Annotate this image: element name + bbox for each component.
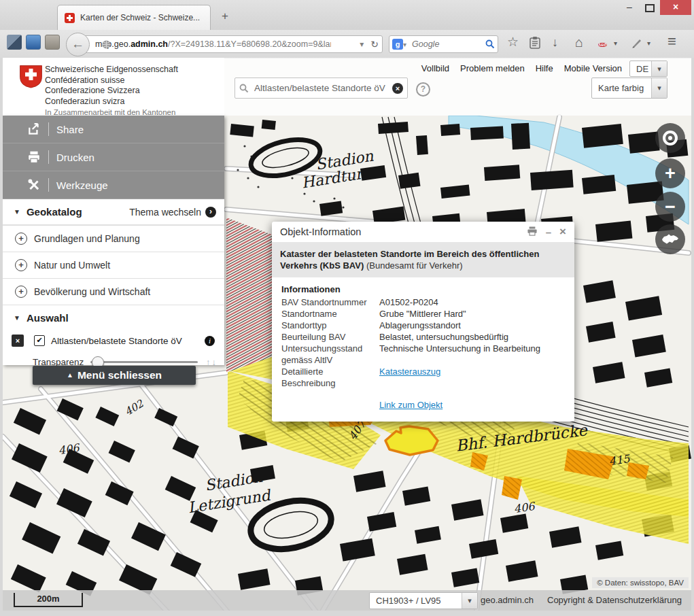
window-minimize-button[interactable]: – xyxy=(619,0,640,15)
language-select[interactable]: DE ▾ xyxy=(629,61,667,77)
navigation-toolbar: ← map.geo.admin.ch/?X=249138.11&Y=680698… xyxy=(0,30,694,58)
katasterauszug-link[interactable]: Katasterauszug xyxy=(379,366,440,377)
language-caret-icon: ▾ xyxy=(651,61,667,76)
layer-label: Altlasten/belastete Standorte öV xyxy=(51,336,205,346)
url-path: /?X=249138.11&Y=680698.20&zoom=9&lang=de… xyxy=(168,39,331,49)
auswahl-label: Auswahl xyxy=(27,312,69,324)
popup-title: Objekt-Information xyxy=(280,226,519,237)
map-style-caret-icon: ▾ xyxy=(651,78,667,98)
bookmark-star-icon[interactable]: ☆ xyxy=(507,34,519,50)
auswahl-header[interactable]: ▼ Auswahl xyxy=(3,305,224,330)
map-style-select[interactable]: Karte farbig ▾ xyxy=(591,78,667,99)
remove-layer-button[interactable]: × xyxy=(12,335,24,347)
addon-pen-icon[interactable] xyxy=(631,37,643,52)
adblock-plus-icon[interactable]: ABP xyxy=(598,37,607,52)
downloads-icon[interactable]: ↓ xyxy=(552,35,558,50)
link-hilfe[interactable]: Hilfe xyxy=(536,63,553,73)
informationen-heading: Informationen xyxy=(281,284,565,294)
addon-icon-1[interactable] xyxy=(7,35,22,50)
popup-close-icon[interactable]: × xyxy=(559,225,566,239)
projection-select[interactable]: CH1903+ / LV95 ▾ xyxy=(369,592,478,609)
zoom-in-button[interactable]: + xyxy=(655,158,685,188)
popup-titlebar[interactable]: Objekt-Information – × xyxy=(272,222,574,242)
search-go-icon[interactable] xyxy=(485,39,495,49)
url-bar[interactable]: map.geo.admin.ch/?X=249138.11&Y=680698.2… xyxy=(77,35,383,53)
geoadmin-link[interactable]: geo.admin.ch xyxy=(481,595,534,605)
geokatalog-label: Geokatalog xyxy=(27,206,82,218)
share-label: Share xyxy=(56,124,84,135)
scale-bar: 200m xyxy=(14,593,83,607)
window-maximize-button[interactable] xyxy=(640,0,660,15)
info-row: Untersuchungsstand gemäss AltlVTechnisch… xyxy=(281,343,565,366)
reload-icon[interactable]: ↻ xyxy=(367,39,382,50)
row-value: Ablagerungsstandort xyxy=(379,320,565,331)
tools-icon xyxy=(27,178,41,192)
tab-title: Karten der Schweiz - Schweize... xyxy=(80,13,200,22)
map-search-input[interactable] xyxy=(253,82,392,94)
menu-hamburger-icon[interactable]: ≡ xyxy=(667,33,676,50)
footer-bar: 200m CH1903+ / LV95 ▾ geo.admin.ch Copyr… xyxy=(3,590,691,611)
search-engine-input[interactable] xyxy=(411,39,485,50)
switzerland-outline-icon xyxy=(661,233,679,245)
back-button[interactable]: ← xyxy=(66,33,90,56)
url-dropdown-icon[interactable]: ▾ xyxy=(356,39,367,49)
zoom-to-switzerland-button[interactable] xyxy=(655,224,685,254)
link-vollbild[interactable]: Vollbild xyxy=(421,63,449,73)
move-up-icon[interactable]: ↑ xyxy=(206,357,212,367)
home-icon[interactable]: ⌂ xyxy=(575,35,583,50)
popup-print-icon[interactable] xyxy=(527,226,538,238)
row-label: Untersuchungsstand gemäss AltlV xyxy=(281,343,379,366)
window-close-button[interactable]: × xyxy=(660,0,691,15)
addon-briefcase-icon[interactable] xyxy=(45,35,60,50)
map-style-value: Karte farbig xyxy=(592,83,651,93)
sidebar-item-print[interactable]: Drucken xyxy=(3,143,224,171)
search-engine-dropdown-icon[interactable]: ▾ xyxy=(403,41,406,48)
confederation-line-it: Confederazione Svizzera xyxy=(45,86,178,97)
info-row: Beurteilung BAVBelastet, untersuchungsbe… xyxy=(281,331,565,343)
language-value: DE xyxy=(630,64,651,74)
layer-reorder-arrows[interactable]: ↑↓ xyxy=(206,357,218,367)
layer-info-icon[interactable]: i xyxy=(205,336,215,346)
change-theme-button[interactable]: Thema wechseln › xyxy=(129,207,216,218)
new-tab-button[interactable]: + xyxy=(216,8,234,24)
map-attribution[interactable]: © Daten: swisstopo, BAV xyxy=(592,577,689,588)
search-engine-bar[interactable]: g ▾ xyxy=(389,35,498,53)
close-menu-button[interactable]: ▲Menü schliessen xyxy=(33,366,196,385)
row-label: Detaillierte Beschreibung xyxy=(281,366,379,389)
geokatalog-header[interactable]: ▼ Geokatalog Thema wechseln › xyxy=(3,199,224,225)
zoom-out-button[interactable]: − xyxy=(655,192,685,222)
dataset-source: (Bundesamt für Verkehr) xyxy=(366,260,463,271)
map-search-box[interactable]: × xyxy=(235,78,408,99)
transparency-slider[interactable] xyxy=(90,361,198,363)
search-clear-icon[interactable]: × xyxy=(392,83,403,94)
category-label: Natur und Umwelt xyxy=(34,260,110,271)
dataset-header: Kataster der belasteten Standorte im Ber… xyxy=(272,242,574,277)
row-label: Standorttyp xyxy=(281,320,379,331)
move-down-icon[interactable]: ↓ xyxy=(212,357,218,367)
browser-tab[interactable]: Karten der Schweiz - Schweize... xyxy=(57,5,211,30)
copyright-link[interactable]: Copyright & Datenschutzerklärung xyxy=(547,595,682,605)
link-zum-objekt-link[interactable]: Link zum Objekt xyxy=(379,400,443,410)
object-information-popup: Objekt-Information – × Kataster der bela… xyxy=(272,222,574,422)
layer-checkbox[interactable]: ✔ xyxy=(34,335,45,346)
category-grundlagen-und-planung[interactable]: + Grundlagen und Planung xyxy=(3,225,224,252)
adblock-dropdown-icon[interactable]: ▾ xyxy=(614,39,617,47)
confederation-line-rm: Confederaziun svizra xyxy=(45,97,178,107)
search-help-icon[interactable]: ? xyxy=(416,82,430,97)
sidebar-item-share[interactable]: Share xyxy=(3,116,224,143)
popup-minimize-icon[interactable]: – xyxy=(546,226,551,238)
sidebar-item-tools[interactable]: Werkzeuge xyxy=(3,171,224,199)
change-theme-label: Thema wechseln xyxy=(129,207,201,218)
category-bevoelkerung-und-wirtschaft[interactable]: + Bevölkerung und Wirtschaft xyxy=(3,278,224,305)
addon-icon-2[interactable] xyxy=(26,35,41,50)
toolbar-overflow-caret-icon[interactable]: ▾ xyxy=(647,39,650,47)
site-header-logo: Schweizerische Eidgenossenschaft Confédé… xyxy=(3,58,224,116)
link-mobile-version[interactable]: Mobile Version xyxy=(564,63,622,73)
category-natur-und-umwelt[interactable]: + Natur und Umwelt xyxy=(3,252,224,278)
geolocate-button[interactable] xyxy=(655,123,685,153)
category-label: Bevölkerung und Wirtschaft xyxy=(34,286,150,297)
expand-plus-icon: + xyxy=(15,286,27,298)
link-problem-melden[interactable]: Problem melden xyxy=(460,63,525,73)
bookmarks-clipboard-icon[interactable] xyxy=(529,36,541,52)
url-domain: admin.ch xyxy=(131,39,168,49)
